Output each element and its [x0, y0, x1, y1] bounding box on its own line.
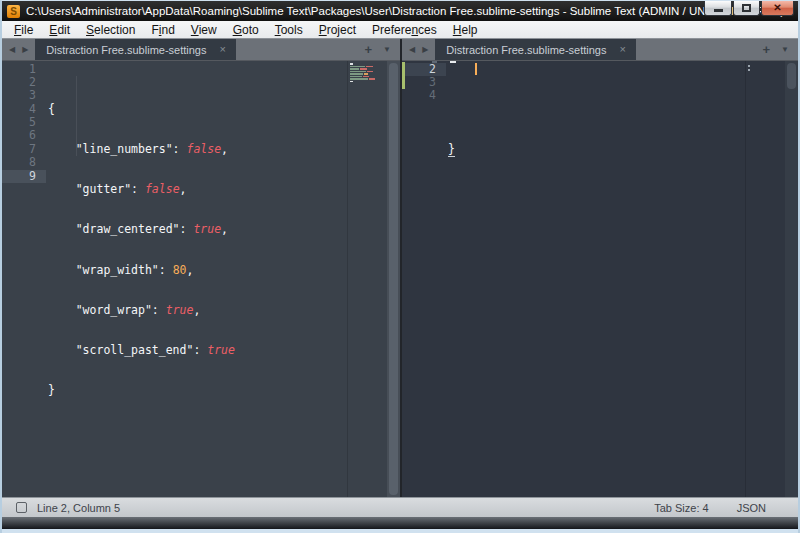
- code-line[interactable]: {: [46, 103, 347, 116]
- right-editor[interactable]: 2 3 4 }: [402, 61, 798, 497]
- code-line[interactable]: "scroll_past_end": true: [46, 344, 347, 357]
- frame-gradient-band: [2, 517, 798, 529]
- tab-label: Distraction Free.sublime-settings: [46, 44, 206, 56]
- tab-overflow-icon[interactable]: ▼: [781, 45, 789, 54]
- code-line[interactable]: [446, 103, 745, 116]
- menu-edit[interactable]: Edit: [41, 22, 78, 38]
- maximize-icon: [742, 4, 751, 12]
- code-line[interactable]: "word_wrap": true,: [46, 304, 347, 317]
- menu-view[interactable]: View: [183, 22, 225, 38]
- chevron-left-icon[interactable]: ◀: [9, 45, 15, 54]
- new-tab-icon[interactable]: +: [364, 43, 372, 56]
- code-line[interactable]: }: [446, 143, 745, 156]
- minimize-button[interactable]: [704, 1, 732, 16]
- right-scrollbar[interactable]: [785, 61, 798, 497]
- left-pane: ◀ ▶ Distraction Free.sublime-settings × …: [2, 39, 400, 497]
- matched-bracket: }: [448, 142, 455, 157]
- left-code-area[interactable]: { "line_numbers": false, "gutter": false…: [46, 61, 347, 497]
- right-pane: ◀ ▶ Distraction Free.sublime-settings × …: [402, 39, 798, 497]
- code-line[interactable]: "gutter": false,: [46, 183, 347, 196]
- left-scrollbar[interactable]: [387, 61, 400, 497]
- window-bottom-frame: [2, 517, 798, 533]
- status-bar-right: Tab Size: 4 JSON: [654, 502, 798, 514]
- chevron-right-icon[interactable]: ▶: [22, 45, 28, 54]
- sublime-text-logo-icon: S: [7, 5, 20, 18]
- cursor-position: Line 2, Column 5: [37, 502, 120, 514]
- left-editor[interactable]: 1 2 3 4 5 6 7 8 9 { "line_numbers": fals…: [2, 61, 400, 497]
- code-line[interactable]: "draw_centered": true,: [46, 223, 347, 236]
- indent-guide: [76, 76, 77, 156]
- minimize-icon: [714, 9, 723, 12]
- right-tab-distraction-free[interactable]: Distraction Free.sublime-settings ×: [435, 39, 636, 60]
- code-line[interactable]: "line_numbers": false,: [46, 143, 347, 156]
- code-line[interactable]: }: [46, 384, 347, 397]
- menu-bar: File Edit Selection Find View Goto Tools…: [2, 21, 798, 39]
- code-line[interactable]: "wrap_width": 80,: [46, 264, 347, 277]
- right-tab-scroll-arrows: ◀ ▶: [402, 39, 434, 60]
- window-title: C:\Users\Administrator\AppData\Roaming\S…: [26, 5, 798, 17]
- right-gutter: 2 3 4: [402, 61, 446, 497]
- right-minimap[interactable]: [745, 61, 785, 497]
- tab-label: Distraction Free.sublime-settings: [446, 44, 606, 56]
- left-minimap[interactable]: [347, 61, 387, 497]
- sublime-text-window: S C:\Users\Administrator\AppData\Roaming…: [0, 0, 800, 533]
- right-scrollbar-thumb[interactable]: [787, 63, 796, 89]
- menu-file[interactable]: File: [6, 22, 41, 38]
- chevron-right-icon[interactable]: ▶: [422, 45, 428, 54]
- left-tab-distraction-free[interactable]: Distraction Free.sublime-settings ×: [35, 39, 236, 60]
- close-icon: ✕: [773, 3, 781, 13]
- menu-find[interactable]: Find: [143, 22, 182, 38]
- clipped-line-gutter: [432, 61, 437, 63]
- current-line-number: 2: [402, 63, 446, 76]
- menu-help[interactable]: Help: [445, 22, 486, 38]
- maximize-button[interactable]: [733, 1, 760, 16]
- status-square-icon: [16, 502, 27, 513]
- text-caret: [475, 63, 477, 75]
- syntax-indicator[interactable]: JSON: [737, 502, 766, 514]
- new-tab-icon[interactable]: +: [762, 43, 770, 56]
- minimap-content: [748, 65, 750, 67]
- tab-size-indicator[interactable]: Tab Size: 4: [654, 502, 708, 514]
- menu-project[interactable]: Project: [311, 22, 364, 38]
- left-tab-bar: ◀ ▶ Distraction Free.sublime-settings × …: [2, 39, 400, 61]
- left-tab-scroll-arrows: ◀ ▶: [2, 39, 34, 60]
- right-tab-bar: ◀ ▶ Distraction Free.sublime-settings × …: [402, 39, 798, 61]
- tab-close-icon[interactable]: ×: [219, 44, 225, 55]
- menu-selection[interactable]: Selection: [78, 22, 143, 38]
- menu-tools[interactable]: Tools: [267, 22, 311, 38]
- right-code-area[interactable]: }: [446, 61, 745, 497]
- code-line[interactable]: [46, 424, 347, 437]
- left-gutter: 1 2 3 4 5 6 7 8 9: [2, 61, 46, 497]
- menu-preferences[interactable]: Preferences: [364, 22, 445, 38]
- right-tab-bar-actions: + ▼: [762, 39, 798, 60]
- chevron-left-icon[interactable]: ◀: [409, 45, 415, 54]
- menu-goto[interactable]: Goto: [225, 22, 267, 38]
- frame-glow-band: [2, 529, 798, 533]
- minimap-content: [350, 63, 375, 83]
- left-scrollbar-thumb[interactable]: [389, 63, 398, 495]
- close-button[interactable]: ✕: [761, 1, 794, 16]
- title-bar: S C:\Users\Administrator\AppData\Roaming…: [2, 1, 798, 21]
- current-line-number: 9: [2, 170, 46, 183]
- window-controls: ✕: [703, 1, 794, 16]
- status-bar: Line 2, Column 5 Tab Size: 4 JSON: [2, 497, 798, 517]
- left-tab-bar-actions: + ▼: [364, 39, 400, 60]
- editor-region: ◀ ▶ Distraction Free.sublime-settings × …: [2, 39, 798, 497]
- code-line[interactable]: [446, 183, 745, 196]
- tab-overflow-icon[interactable]: ▼: [383, 45, 391, 54]
- tab-close-icon[interactable]: ×: [619, 44, 625, 55]
- modified-lines-marker: [402, 62, 405, 89]
